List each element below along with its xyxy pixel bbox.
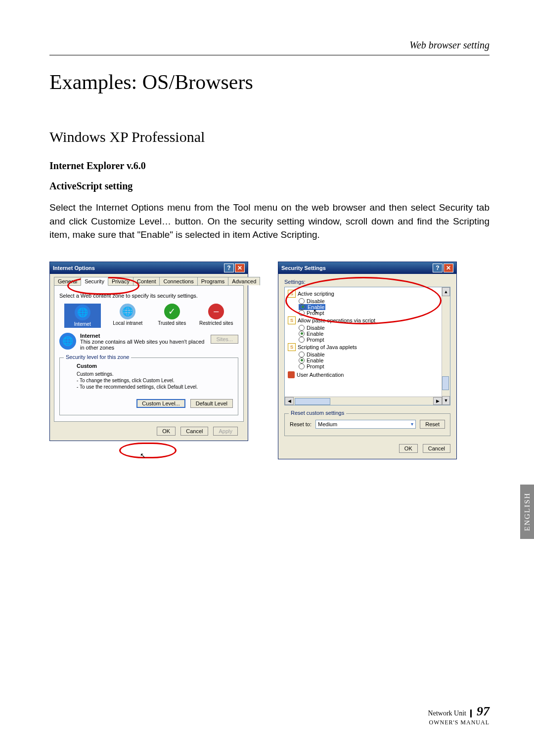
- sites-button[interactable]: Sites...: [211, 335, 238, 344]
- footer-unit: Network Unit: [428, 710, 472, 717]
- reset-legend: Reset custom settings: [289, 410, 346, 416]
- scroll-thumb[interactable]: [442, 376, 449, 390]
- globe-icon: 🌐: [59, 333, 76, 350]
- scroll-left-icon[interactable]: ◀: [285, 397, 294, 405]
- help-icon[interactable]: ?: [224, 264, 234, 272]
- instruction-paragraph: Select the Internet Options menu from th…: [49, 201, 490, 242]
- zone-instruction: Select a Web content zone to specify its…: [59, 293, 238, 299]
- settings-tree[interactable]: SActive scripting Disable Enable Prompt …: [284, 287, 450, 405]
- footer-manual: OWNER'S MANUAL: [428, 719, 490, 726]
- radio-enable[interactable]: Enable: [299, 331, 449, 337]
- page-number: 97: [477, 704, 490, 719]
- radio-prompt[interactable]: Prompt: [299, 337, 449, 343]
- tab-advanced[interactable]: Advanced: [228, 277, 260, 285]
- page-footer: Network Unit 97 OWNER'S MANUAL: [428, 704, 490, 726]
- custom-level-button[interactable]: Custom Level...: [136, 399, 185, 408]
- tab-security[interactable]: Security: [81, 277, 108, 286]
- item-active-scripting: Active scripting: [298, 291, 334, 297]
- tab-programs[interactable]: Programs: [197, 277, 229, 285]
- zone-description: This zone contains all Web sites you hav…: [80, 339, 204, 351]
- browser-heading: Internet Explorer v.6.0: [49, 160, 490, 172]
- script-icon: S: [288, 316, 296, 324]
- close-icon[interactable]: ✕: [444, 264, 453, 272]
- scroll-up-icon[interactable]: ▲: [442, 287, 450, 296]
- level-line1: - To change the settings, click Custom L…: [77, 377, 233, 384]
- default-level-button[interactable]: Default Level: [190, 399, 233, 408]
- screenshots-row: Internet Options ? ✕ General Security Pr…: [49, 262, 490, 459]
- minus-icon: –: [208, 304, 224, 319]
- ok-button[interactable]: OK: [157, 427, 176, 436]
- running-header: Web browser setting: [49, 40, 490, 55]
- radio-prompt[interactable]: Prompt: [299, 310, 449, 316]
- zone-internet[interactable]: 🌐Internet: [64, 304, 101, 328]
- scroll-right-icon[interactable]: ▶: [433, 397, 442, 405]
- user-auth-icon: [288, 371, 295, 378]
- radio-enable[interactable]: Enable: [299, 357, 449, 363]
- ok-button[interactable]: OK: [399, 444, 418, 453]
- cancel-button[interactable]: Cancel: [423, 444, 450, 453]
- item-java-applets: Scripting of Java applets: [298, 344, 357, 350]
- reset-to-label: Reset to:: [290, 421, 312, 427]
- scroll-down-icon[interactable]: ▼: [442, 396, 450, 405]
- zone-local-intranet[interactable]: 🌐Local intranet: [110, 304, 145, 328]
- zone-name: Internet: [80, 333, 207, 339]
- page-title: Examples: OS/Browsers: [49, 70, 490, 94]
- os-subtitle: Windows XP Professional: [49, 129, 490, 145]
- script-icon: S: [288, 290, 296, 298]
- security-settings-dialog: Security Settings ? ✕ Settings: SActive …: [278, 262, 457, 459]
- radio-prompt[interactable]: Prompt: [299, 363, 449, 369]
- close-icon[interactable]: ✕: [235, 264, 245, 272]
- reset-button[interactable]: Reset: [420, 420, 445, 429]
- horizontal-scrollbar[interactable]: ◀ ▶: [285, 397, 442, 405]
- item-allow-paste: Allow paste operations via script: [298, 317, 375, 323]
- cursor-icon: ↖: [140, 451, 146, 459]
- security-level-legend: Security level for this zone: [64, 354, 131, 360]
- level-name: Custom: [77, 363, 233, 369]
- cursor-icon: ↖: [313, 308, 319, 315]
- item-user-auth: User Authentication: [297, 372, 344, 378]
- setting-heading: ActiveScript setting: [49, 180, 490, 192]
- script-icon: S: [288, 343, 296, 351]
- tab-general[interactable]: General: [54, 277, 81, 285]
- globe-icon: 🌐: [75, 305, 90, 320]
- radio-disable[interactable]: Disable: [299, 352, 449, 357]
- radio-disable[interactable]: Disable: [299, 325, 449, 331]
- zone-restricted-sites[interactable]: –Restricted sites: [199, 304, 233, 328]
- io-tabs: General Security Privacy Content Connect…: [54, 277, 244, 286]
- reset-level-select[interactable]: Medium ▾: [315, 420, 416, 429]
- tab-connections[interactable]: Connections: [159, 277, 197, 285]
- internet-options-dialog: Internet Options ? ✕ General Security Pr…: [49, 262, 248, 441]
- annotation-circle: [119, 443, 177, 458]
- chevron-down-icon: ▾: [411, 421, 413, 427]
- level-line2: - To use the recommended settings, click…: [77, 384, 233, 390]
- radio-disable[interactable]: Disable: [299, 298, 449, 304]
- cancel-button[interactable]: Cancel: [180, 427, 208, 436]
- help-icon[interactable]: ?: [433, 264, 443, 272]
- radio-enable[interactable]: Enable: [299, 304, 325, 310]
- tab-privacy[interactable]: Privacy: [108, 277, 134, 285]
- settings-label: Settings:: [284, 279, 450, 285]
- check-icon: ✓: [164, 304, 180, 319]
- io-title: Internet Options: [53, 265, 95, 271]
- scroll-thumb[interactable]: [295, 398, 330, 405]
- language-tab: ENGLISH: [520, 485, 534, 539]
- zone-trusted-sites[interactable]: ✓Trusted sites: [155, 304, 189, 328]
- apply-button[interactable]: Apply: [213, 427, 238, 436]
- ss-title: Security Settings: [281, 265, 326, 271]
- level-sub: Custom settings.: [77, 371, 233, 377]
- vertical-scrollbar[interactable]: ▲ ▼: [442, 287, 450, 405]
- intranet-icon: 🌐: [120, 304, 135, 319]
- tab-content[interactable]: Content: [133, 277, 160, 285]
